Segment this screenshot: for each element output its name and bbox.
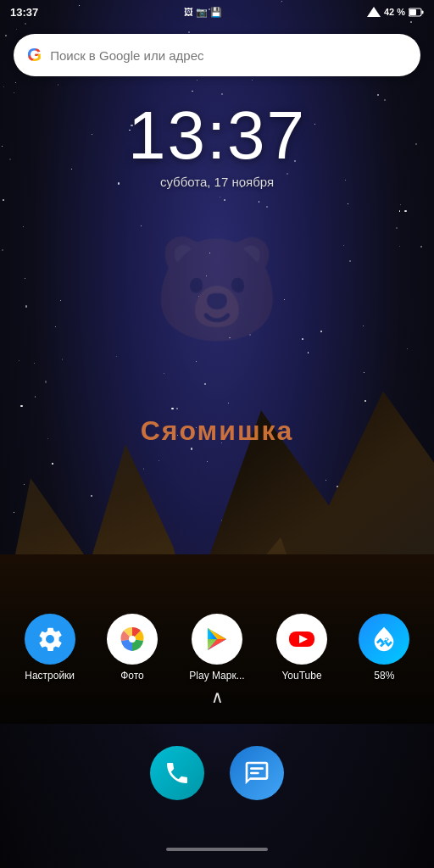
drawer-handle[interactable]: ∧ — [211, 687, 224, 707]
svg-point-4 — [129, 636, 136, 643]
settings-label: Настройки — [25, 670, 75, 682]
signal-icon — [367, 7, 381, 17]
svg-rect-8 — [250, 772, 259, 775]
search-bar[interactable]: G — [14, 34, 420, 76]
drawer-arrow-icon[interactable]: ∧ — [211, 687, 224, 707]
dock-item-messages[interactable] — [230, 746, 284, 800]
dock-item-phone[interactable] — [150, 746, 204, 800]
svg-rect-7 — [250, 767, 264, 770]
sd-notification-icon: 💾 — [210, 7, 222, 18]
playstore-label: Play Марк... — [189, 670, 244, 682]
svg-rect-3 — [409, 9, 416, 15]
battery-percentage: 42 % — [384, 7, 405, 17]
notification-icons: 🖼 📷 💾 — [184, 7, 222, 18]
youtube-label: YouTube — [281, 670, 321, 682]
home-indicator — [166, 848, 268, 851]
playstore-icon[interactable] — [192, 614, 242, 665]
status-time: 13:37 — [10, 6, 38, 19]
youtube-icon[interactable] — [276, 614, 327, 665]
status-icons: 42 % — [367, 7, 424, 17]
clock-date: суббота, 17 ноября — [0, 175, 434, 189]
clock-container: 13:37 суббота, 17 ноября — [0, 102, 434, 189]
photos-icon[interactable] — [107, 614, 158, 665]
brand-text: Сяомишка — [141, 415, 294, 447]
google-logo: G — [27, 46, 42, 64]
settings-icon[interactable] — [25, 614, 75, 665]
search-input[interactable] — [50, 48, 407, 63]
messages-icon — [243, 760, 270, 787]
app-item-shortcut[interactable]: 58% — [359, 614, 409, 682]
svg-rect-2 — [421, 10, 423, 14]
google-g-letter: G — [27, 44, 42, 65]
app-item-youtube[interactable]: YouTube — [276, 614, 327, 682]
bear-watermark: 🐻 — [153, 237, 281, 339]
shortcut-icon[interactable] — [359, 614, 409, 665]
bottom-dock — [0, 746, 434, 800]
app-item-settings[interactable]: Настройки — [25, 614, 75, 682]
app-row: Настройки Фото — [0, 614, 434, 682]
status-bar: 13:37 🖼 📷 💾 42 % — [0, 0, 434, 24]
photo-notification-icon: 🖼 — [184, 7, 193, 17]
phone-icon — [164, 760, 191, 787]
app-item-playstore[interactable]: Play Марк... — [189, 614, 244, 682]
photos-label: Фото — [120, 670, 144, 682]
svg-marker-0 — [367, 7, 381, 17]
instagram-notification-icon: 📷 — [196, 7, 208, 18]
shortcut-label: 58% — [374, 670, 394, 682]
battery-icon — [409, 8, 424, 17]
app-item-photos[interactable]: Фото — [107, 614, 158, 682]
clock-time: 13:37 — [0, 102, 434, 170]
